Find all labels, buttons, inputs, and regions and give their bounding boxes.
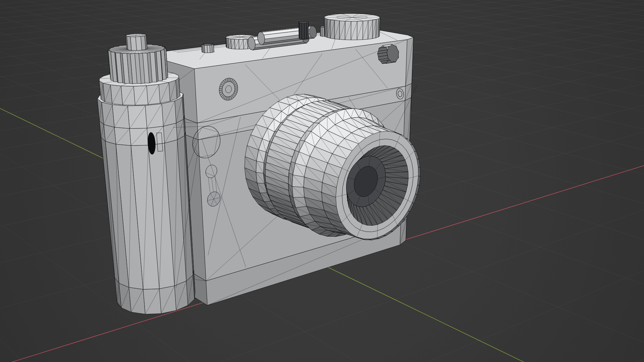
strap-lug[interactable] xyxy=(384,85,399,101)
camera-model[interactable] xyxy=(97,17,419,322)
y-axis-line xyxy=(0,101,111,174)
lens-barrel[interactable] xyxy=(258,101,419,238)
hot-shoe[interactable] xyxy=(243,25,322,69)
film-advance-knob[interactable] xyxy=(376,47,396,69)
shutter-speed-dial[interactable] xyxy=(329,17,389,49)
x-axis-line xyxy=(510,161,644,208)
blender-3d-viewport xyxy=(0,0,644,362)
rewind-dial[interactable] xyxy=(111,44,184,114)
viewfinder-window[interactable] xyxy=(216,67,245,94)
